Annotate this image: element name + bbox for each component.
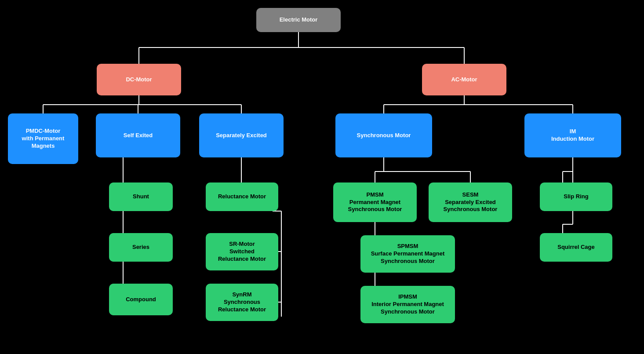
shunt-node: Shunt: [109, 182, 173, 211]
sr-motor-label: SR-MotorSwitchedReluctance Motor: [218, 241, 266, 263]
dc-motor-label: DC-Motor: [126, 76, 152, 84]
im-induction-node: IMInduction Motor: [524, 113, 621, 157]
synchronous-motor-label: Synchronous Motor: [357, 132, 411, 139]
dc-motor-node: DC-Motor: [97, 64, 181, 95]
reluctance-motor-node: Reluctance Motor: [206, 182, 278, 211]
slip-ring-node: Slip Ring: [540, 182, 612, 211]
pmsm-label: PMSMPermanent MagnetSynchronous Motor: [348, 191, 402, 214]
pmsm-node: PMSMPermanent MagnetSynchronous Motor: [333, 182, 417, 222]
spmsm-node: SPMSMSurface Permanent MagnetSynchronous…: [360, 235, 455, 273]
slip-ring-label: Slip Ring: [564, 193, 588, 201]
connector-lines: [0, 0, 644, 354]
separately-excited-label: Separately Excited: [216, 132, 267, 139]
series-node: Series: [109, 233, 173, 262]
series-label: Series: [132, 244, 149, 251]
compound-label: Compound: [126, 296, 156, 303]
sr-motor-node: SR-MotorSwitchedReluctance Motor: [206, 233, 278, 270]
pmdc-label: PMDC-Motorwith PermanentMagnets: [22, 128, 65, 150]
ac-motor-node: AC-Motor: [422, 64, 506, 95]
im-induction-label: IMInduction Motor: [551, 128, 594, 143]
diagram: Electric MotorDC-MotorAC-MotorPMDC-Motor…: [0, 0, 644, 354]
synrm-label: SynRMSynchronousReluctance Motor: [218, 291, 266, 314]
sesm-node: SESMSeparately ExcitedSynchronous Motor: [429, 182, 512, 222]
shunt-label: Shunt: [133, 193, 149, 201]
ipmsm-label: IPMSMInterior Permanent MagnetSynchronou…: [371, 293, 444, 316]
squirrel-cage-label: Squirrel Cage: [557, 244, 595, 251]
ac-motor-label: AC-Motor: [451, 76, 477, 84]
synrm-node: SynRMSynchronousReluctance Motor: [206, 284, 278, 321]
ipmsm-node: IPMSMInterior Permanent MagnetSynchronou…: [360, 286, 455, 323]
pmdc-node: PMDC-Motorwith PermanentMagnets: [8, 113, 78, 164]
compound-node: Compound: [109, 284, 173, 315]
electric-motor-node: Electric Motor: [256, 8, 341, 32]
separately-excited-node: Separately Excited: [199, 113, 284, 157]
synchronous-motor-node: Synchronous Motor: [335, 113, 432, 157]
self-exited-node: Self Exited: [96, 113, 180, 157]
spmsm-label: SPMSMSurface Permanent MagnetSynchronous…: [371, 243, 445, 265]
self-exited-label: Self Exited: [124, 132, 153, 139]
sesm-label: SESMSeparately ExcitedSynchronous Motor: [444, 191, 498, 214]
squirrel-cage-node: Squirrel Cage: [540, 233, 612, 262]
electric-motor-label: Electric Motor: [280, 16, 318, 24]
reluctance-motor-label: Reluctance Motor: [218, 193, 266, 201]
